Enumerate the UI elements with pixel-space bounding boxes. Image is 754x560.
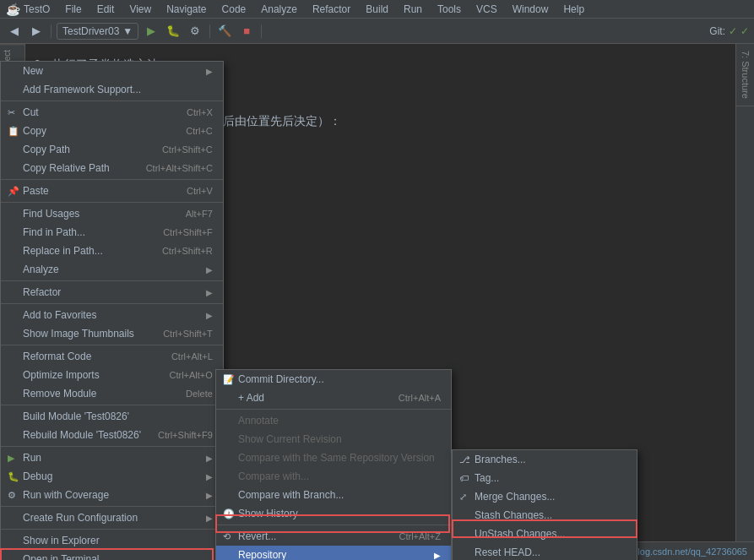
menu-label-build-module: Build Module 'Test0826'	[23, 410, 129, 422]
context-menu-main: New ▶ Add Framework Support... ✂ Cut Ctr…	[0, 61, 224, 560]
menu-label-remove-module: Remove Module	[23, 388, 96, 400]
menu-item-remove-module[interactable]: Remove Module Delete	[1, 384, 223, 403]
repo-tag[interactable]: 🏷 Tag...	[453, 469, 637, 487]
run-btn[interactable]: ▶	[142, 22, 160, 41]
menubar-navigate[interactable]: Navigate	[160, 2, 213, 17]
menubar-analyze[interactable]: Analyze	[254, 2, 304, 17]
menubar-help[interactable]: Help	[556, 2, 591, 17]
menu-item-favorites[interactable]: Add to Favorites ▶	[1, 306, 223, 324]
repo-unstash[interactable]: UnStash Changes...	[453, 525, 637, 543]
menu-item-refactor[interactable]: Refactor ▶	[1, 283, 223, 302]
sep1	[51, 24, 52, 38]
menu-item-coverage[interactable]: ⚙ Run with Coverage ▶	[1, 486, 223, 504]
menu-item-open-terminal[interactable]: Open in Terminal	[1, 550, 223, 560]
find-usages-shortcut: Alt+F7	[186, 209, 213, 219]
git-label-show-current: Show Current Revision	[238, 433, 342, 445]
forward-btn[interactable]: ▶	[27, 22, 46, 41]
menu-item-replace-path[interactable]: Replace in Path... Ctrl+Shift+R	[1, 242, 223, 260]
menubar-view[interactable]: View	[122, 2, 158, 17]
repo-label-unstash: UnStash Changes...	[475, 528, 565, 540]
repo-reset-head[interactable]: Reset HEAD...	[453, 543, 637, 560]
menu-label-paste: Paste	[23, 185, 49, 197]
menu-item-debug[interactable]: 🐛 Debug ▶	[1, 467, 223, 486]
sep-j	[1, 529, 223, 530]
project-name: TestDriver03	[62, 25, 119, 37]
menu-item-find-path[interactable]: Find in Path... Ctrl+Shift+F	[1, 223, 223, 242]
copy-icon: 📋	[8, 126, 19, 137]
menu-label-favorites: Add to Favorites	[23, 309, 96, 321]
repo-stash[interactable]: Stash Changes...	[453, 506, 637, 525]
git-show-current: Show Current Revision	[216, 430, 451, 449]
git-checkmark: ✓	[729, 25, 737, 37]
menubar-window[interactable]: Window	[506, 2, 556, 17]
menubar-refactor[interactable]: Refactor	[306, 2, 357, 17]
menu-label-framework: Add Framework Support...	[23, 84, 141, 95]
menu-item-show-explorer[interactable]: Show in Explorer	[1, 531, 223, 550]
git-label-compare-same: Compare with the Same Repository Version	[238, 452, 435, 464]
menu-item-thumbnails[interactable]: Show Image Thumbnails Ctrl+Shift+T	[1, 324, 223, 343]
git-sep-b	[216, 525, 451, 525]
menu-item-copy-path[interactable]: Copy Path Ctrl+Shift+C	[1, 140, 223, 159]
menu-item-reformat[interactable]: Reformat Code Ctrl+Alt+L	[1, 347, 223, 366]
menu-label-find-path: Find in Path...	[23, 226, 85, 238]
run-coverage-btn[interactable]: ⚙	[186, 22, 204, 41]
menu-bar: ☕ TestO File Edit View Navigate Code Ana…	[0, 0, 754, 19]
revert-shortcut: Ctrl+Alt+Z	[399, 531, 441, 541]
menu-item-analyze[interactable]: Analyze ▶	[1, 260, 223, 279]
git-label-add: + Add	[238, 392, 264, 404]
git-compare-with: Compare with...	[216, 467, 451, 486]
git-commit-dir[interactable]: 📝 Commit Directory...	[216, 370, 451, 389]
menu-item-run[interactable]: ▶ Run ▶	[1, 449, 223, 467]
sep-d	[1, 280, 223, 281]
git-add[interactable]: + Add Ctrl+Alt+A	[216, 389, 451, 407]
git-compare-branch[interactable]: Compare with Branch...	[216, 486, 451, 504]
debug-btn[interactable]: 🐛	[164, 22, 182, 41]
menu-item-cut[interactable]: ✂ Cut Ctrl+X	[1, 103, 223, 122]
menubar-build[interactable]: Build	[359, 2, 395, 17]
menu-label-copy-relative: Copy Relative Path	[23, 162, 110, 174]
sep-f	[1, 345, 223, 345]
menubar-file[interactable]: File	[58, 2, 88, 17]
menu-item-framework[interactable]: Add Framework Support...	[1, 80, 223, 99]
repo-branches[interactable]: ⎇ Branches...	[453, 450, 637, 469]
menu-item-paste[interactable]: 📌 Paste Ctrl+V	[1, 182, 223, 200]
git-sep-a	[216, 409, 451, 410]
git-label-compare-with: Compare with...	[238, 470, 309, 482]
menubar-code[interactable]: Code	[215, 2, 253, 17]
git-repository[interactable]: Repository ▶	[216, 546, 451, 560]
menu-label-new: New	[23, 65, 43, 77]
repo-merge[interactable]: ⤢ Merge Changes...	[453, 487, 637, 506]
menubar-vcs[interactable]: VCS	[469, 2, 504, 17]
menu-label-optimize: Optimize Imports	[23, 369, 100, 381]
menubar-tools[interactable]: Tools	[431, 2, 468, 17]
repo-label-reset-head: Reset HEAD...	[475, 546, 540, 558]
menu-label-copy-path: Copy Path	[23, 144, 70, 155]
git-label-repository: Repository	[238, 549, 286, 560]
menu-item-run-config[interactable]: Create Run Configuration ▶	[1, 508, 223, 527]
cut-shortcut: Ctrl+X	[187, 107, 213, 117]
menubar-run[interactable]: Run	[397, 2, 429, 17]
menu-item-rebuild-module[interactable]: Rebuild Module 'Test0826' Ctrl+Shift+F9	[1, 426, 223, 444]
copy-shortcut: Ctrl+C	[186, 126, 212, 136]
branches-icon: ⎇	[459, 454, 470, 465]
project-dropdown[interactable]: TestDriver03 ▼	[57, 23, 138, 40]
run-icon: ▶	[8, 453, 14, 464]
copy-rel-shortcut: Ctrl+Alt+Shift+C	[146, 163, 213, 173]
git-revert[interactable]: ⟲ Revert... Ctrl+Alt+Z	[216, 527, 451, 546]
menu-item-find-usages[interactable]: Find Usages Alt+F7	[1, 204, 223, 223]
menu-item-build-module[interactable]: Build Module 'Test0826'	[1, 407, 223, 426]
git-show-history[interactable]: 🕐 Show History	[216, 504, 451, 523]
back-btn[interactable]: ◀	[5, 22, 24, 41]
refactor-arrow: ▶	[206, 288, 213, 297]
menu-item-new[interactable]: New ▶	[1, 62, 223, 80]
menu-item-copy[interactable]: 📋 Copy Ctrl+C	[1, 122, 223, 140]
menu-item-copy-relative[interactable]: Copy Relative Path Ctrl+Alt+Shift+C	[1, 159, 223, 177]
repo-label-branches: Branches...	[475, 454, 526, 465]
stop-btn[interactable]: ■	[237, 22, 256, 41]
menubar-edit[interactable]: Edit	[90, 2, 122, 17]
tag-icon: 🏷	[459, 473, 469, 483]
build-btn[interactable]: 🔨	[215, 22, 234, 41]
app-icon[interactable]: ☕	[3, 0, 22, 19]
new-arrow: ▶	[206, 67, 213, 76]
menu-item-optimize[interactable]: Optimize Imports Ctrl+Alt+O	[1, 366, 223, 384]
